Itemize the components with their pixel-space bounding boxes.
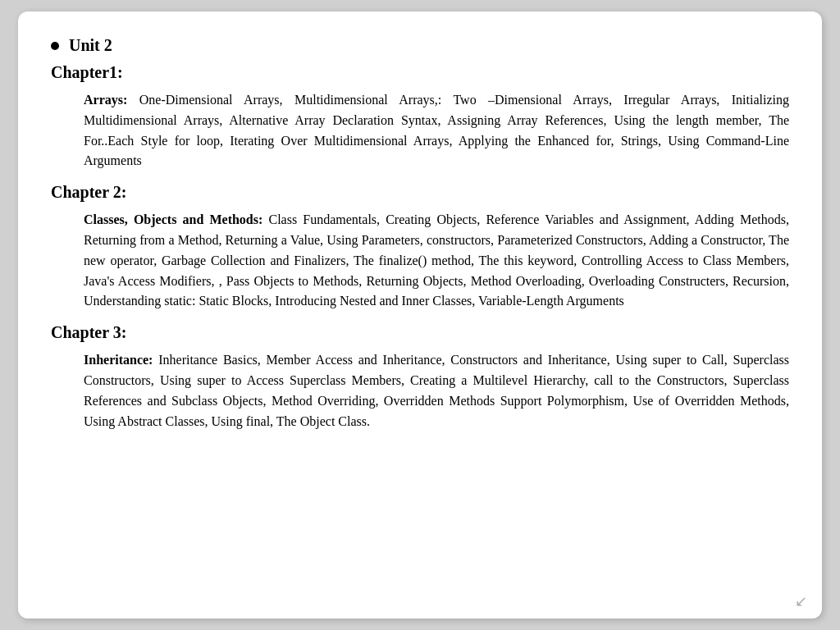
chapter-3-text: Inheritance Basics, Member Access and In… <box>84 353 789 427</box>
chapter-2-heading: Chapter 2: <box>51 183 789 202</box>
unit-bullet-row: Unit 2 <box>51 36 789 55</box>
chapter-2-text: Class Fundamentals, Creating Objects, Re… <box>84 212 789 308</box>
chapter-2-block: Chapter 2: Classes, Objects and Methods:… <box>51 183 789 312</box>
chapter-3-block: Chapter 3: Inheritance: Inheritance Basi… <box>51 323 789 431</box>
chapter-3-topic: Inheritance: <box>84 353 153 367</box>
corner-mark: ↙ <box>795 592 807 610</box>
bullet-icon <box>51 42 59 50</box>
unit-title: Unit 2 <box>69 36 112 55</box>
chapter-1-topic: Arrays: <box>84 93 127 107</box>
chapter-3-heading: Chapter 3: <box>51 323 789 342</box>
chapter-2-content: Classes, Objects and Methods: Class Fund… <box>84 210 789 312</box>
chapter-1-content: Arrays: One-Dimensional Arrays, Multidim… <box>84 90 789 171</box>
slide-container: Unit 2 Chapter1: Arrays: One-Dimensional… <box>18 11 822 619</box>
chapter-2-topic: Classes, Objects and Methods: <box>84 212 262 226</box>
chapter-1-text: One-Dimensional Arrays, Multidimensional… <box>84 93 789 167</box>
chapter-3-content: Inheritance: Inheritance Basics, Member … <box>84 350 789 431</box>
chapter-1-heading: Chapter1: <box>51 63 789 82</box>
chapter-1-block: Chapter1: Arrays: One-Dimensional Arrays… <box>51 63 789 171</box>
